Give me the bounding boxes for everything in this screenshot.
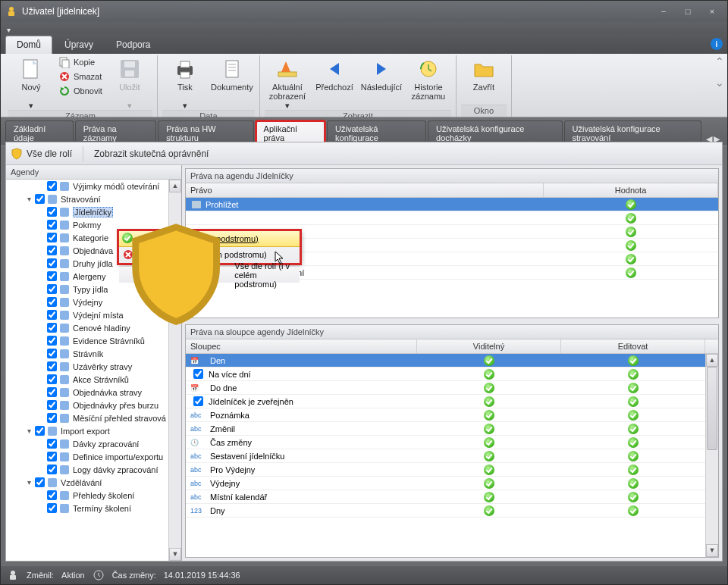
value-check-icon[interactable] bbox=[626, 267, 636, 278]
tree-node[interactable]: ▾Import export bbox=[6, 424, 168, 437]
expand-ribbon-icon[interactable]: ⌄ bbox=[715, 77, 724, 89]
ribbon-tab-domu[interactable]: Domů bbox=[5, 36, 52, 54]
grid2-scrollbar[interactable]: ▲ ▼ bbox=[705, 354, 718, 557]
tree-checkbox[interactable] bbox=[47, 310, 57, 320]
grid1-row[interactable]: Prohlížet bbox=[186, 198, 718, 211]
dokumenty-button[interactable]: Dokumenty bbox=[209, 55, 255, 92]
grid2-row[interactable]: abcPoznámka bbox=[186, 408, 705, 422]
tree-node[interactable]: Evidence Strávníků bbox=[6, 334, 168, 347]
grid2-row[interactable]: abcPro Výdejny bbox=[186, 463, 705, 477]
tree-checkbox[interactable] bbox=[47, 258, 57, 268]
tree-checkbox[interactable] bbox=[47, 387, 57, 397]
predchozi-button[interactable]: Předchozí bbox=[312, 55, 357, 92]
tree-node[interactable]: Měsíční přehled stravová bbox=[6, 411, 168, 424]
edit-check-icon[interactable] bbox=[628, 424, 639, 434]
nasledujici-button[interactable]: Následující bbox=[359, 55, 404, 92]
tree-checkbox[interactable] bbox=[47, 323, 57, 333]
tree-checkbox[interactable] bbox=[35, 426, 45, 436]
tree-checkbox[interactable] bbox=[47, 297, 57, 307]
aktualni-zobrazeni-button[interactable]: Aktuální zobrazení ▾ bbox=[265, 55, 310, 110]
edit-check-icon[interactable] bbox=[628, 492, 639, 502]
edit-check-icon[interactable] bbox=[628, 383, 639, 393]
tree-node[interactable]: Akce Strávníků bbox=[6, 373, 168, 386]
tree-node[interactable]: Objednávka stravy bbox=[6, 386, 168, 399]
visible-check-icon[interactable] bbox=[484, 505, 494, 516]
maximize-button[interactable]: □ bbox=[677, 5, 698, 18]
tree-checkbox[interactable] bbox=[47, 374, 57, 384]
visible-check-icon[interactable] bbox=[484, 383, 494, 393]
edit-check-icon[interactable] bbox=[628, 437, 639, 448]
obnovit-button[interactable]: Obnovit bbox=[55, 84, 105, 98]
grid2-row[interactable]: 🕓Čas změny bbox=[186, 436, 705, 449]
tree-node[interactable]: Výjimky módů otevírání bbox=[6, 180, 168, 192]
close-button[interactable]: × bbox=[701, 5, 723, 18]
edit-check-icon[interactable] bbox=[628, 505, 639, 516]
info-icon[interactable]: i bbox=[711, 38, 723, 50]
visible-check-icon[interactable] bbox=[484, 369, 494, 380]
value-check-icon[interactable] bbox=[626, 199, 636, 210]
tree-checkbox[interactable] bbox=[47, 271, 57, 281]
grid2-row[interactable]: abcMístní kalendář bbox=[186, 490, 705, 504]
tree-checkbox[interactable] bbox=[47, 207, 57, 217]
tree-checkbox[interactable] bbox=[47, 490, 57, 500]
edit-check-icon[interactable] bbox=[628, 396, 639, 407]
minimize-button[interactable]: − bbox=[653, 5, 674, 18]
tree-checkbox[interactable] bbox=[47, 233, 57, 242]
edit-check-icon[interactable] bbox=[628, 369, 639, 380]
edit-check-icon[interactable] bbox=[628, 410, 639, 421]
grid2-row[interactable]: 📅Den bbox=[186, 354, 705, 368]
edit-check-icon[interactable] bbox=[628, 355, 639, 366]
grid2-body[interactable]: 📅DenNa více dní📅Do dneJídelníček je zveř… bbox=[186, 354, 705, 557]
visible-check-icon[interactable] bbox=[484, 478, 494, 489]
scroll-down-icon[interactable]: ▼ bbox=[706, 544, 718, 557]
grid2-row[interactable]: abcSestavení jídelníčku bbox=[186, 449, 705, 463]
expander-icon[interactable]: ▾ bbox=[24, 478, 33, 486]
tree-checkbox[interactable] bbox=[35, 194, 45, 204]
col-pravo[interactable]: Právo bbox=[186, 183, 544, 197]
novy-button[interactable]: Nový▾ bbox=[8, 55, 54, 110]
tree-checkbox[interactable] bbox=[47, 220, 57, 230]
grid2-row[interactable]: abcVýdejny bbox=[186, 477, 705, 490]
value-check-icon[interactable] bbox=[626, 227, 636, 237]
ribbon-tab-podpora[interactable]: Podpora bbox=[105, 36, 161, 54]
tree-checkbox[interactable] bbox=[47, 246, 57, 255]
tree-checkbox[interactable] bbox=[35, 477, 45, 487]
tree-node[interactable]: Uzávěrky stravy bbox=[6, 360, 168, 373]
qat-customize-icon[interactable]: ▾ bbox=[1, 26, 11, 34]
scroll-down-icon[interactable]: ▼ bbox=[169, 548, 181, 561]
tree-node[interactable]: Definice importu/exportu bbox=[6, 450, 168, 463]
tree-checkbox[interactable] bbox=[47, 400, 57, 410]
tree-node[interactable]: ▾Vzdělávání bbox=[6, 476, 168, 489]
col-hodnota[interactable]: Hodnota bbox=[544, 183, 718, 197]
tree-checkbox[interactable] bbox=[47, 452, 57, 461]
ctx-roles[interactable]: Vše dle rolí (i v celém podstromu) bbox=[119, 266, 300, 283]
tree-node[interactable]: Jídelníčky bbox=[6, 205, 168, 218]
zavrit-button[interactable]: Zavřít bbox=[461, 55, 507, 92]
vse-dle-roli-button[interactable]: Vše dle rolí bbox=[11, 148, 72, 160]
tree-checkbox[interactable] bbox=[47, 503, 57, 513]
visible-check-icon[interactable] bbox=[484, 437, 494, 448]
visible-check-icon[interactable] bbox=[484, 424, 494, 434]
grid2-row[interactable]: 123Dny bbox=[186, 504, 705, 518]
col-sloupec[interactable]: Sloupec bbox=[186, 339, 417, 353]
tree-checkbox[interactable] bbox=[47, 284, 57, 294]
tree-node[interactable]: Objednávky přes burzu bbox=[6, 399, 168, 411]
tisk-button[interactable]: Tisk▾ bbox=[162, 55, 208, 110]
tree-node[interactable]: Logy dávky zpracování bbox=[6, 463, 168, 476]
value-check-icon[interactable] bbox=[626, 240, 636, 251]
tree-node[interactable]: Termíny školení bbox=[6, 502, 168, 515]
value-check-icon[interactable] bbox=[626, 213, 636, 224]
smazat-button[interactable]: Smazat bbox=[55, 70, 105, 83]
tree-checkbox[interactable] bbox=[47, 336, 57, 346]
edit-check-icon[interactable] bbox=[628, 478, 639, 489]
grid2-row[interactable]: Jídelníček je zveřejněn bbox=[186, 395, 705, 408]
grid2-row[interactable]: Na více dní bbox=[186, 368, 705, 381]
zobrazit-skutecna-button[interactable]: Zobrazit skutečná oprávnění bbox=[94, 149, 209, 159]
scroll-up-icon[interactable]: ▲ bbox=[706, 354, 718, 367]
visible-check-icon[interactable] bbox=[484, 451, 494, 461]
tree-checkbox[interactable] bbox=[47, 181, 57, 191]
historie-button[interactable]: Historie záznamu bbox=[406, 55, 451, 101]
tree-checkbox[interactable] bbox=[47, 439, 57, 449]
edit-check-icon[interactable] bbox=[628, 451, 639, 461]
edit-check-icon[interactable] bbox=[628, 465, 639, 475]
